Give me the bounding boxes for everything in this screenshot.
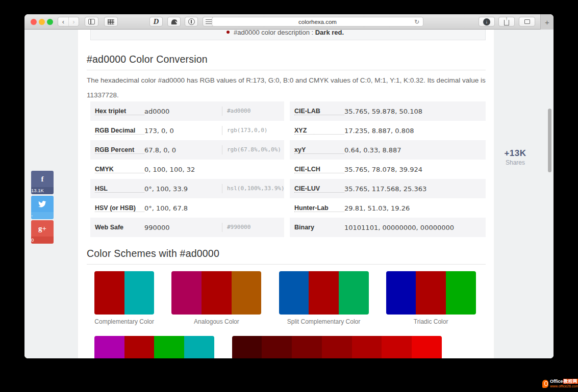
googleplus-share-button[interactable]: g+0 [31,220,54,244]
tabs-icon [524,19,530,24]
conversion-row: CMYK0, 100, 100, 32 [90,160,284,179]
conversion-term: xyY [294,146,344,154]
downloads-button[interactable]: ↓ [479,17,495,27]
color-description-box: #ad0000 color description : Dark red. [90,30,486,40]
url-text: colorhexa.com [298,19,337,25]
color-swatch[interactable] [94,336,124,358]
color-swatch[interactable] [232,336,262,358]
color-swatch[interactable] [386,271,416,315]
scheme-group [279,271,369,315]
color-swatch[interactable] [171,271,202,315]
color-swatch[interactable] [352,336,382,358]
facebook-icon: f [31,171,54,187]
color-description-line: #ad0000 color description : Dark red. [227,30,344,36]
color-swatch[interactable] [124,271,155,315]
sidebar-icon [88,19,95,24]
conversion-code: rgb(67.8%,0%,0%) [222,145,281,154]
page-right-margin [494,30,554,358]
conversion-term: Hex triplet [95,108,144,115]
circle-info-icon [188,18,195,25]
color-swatch[interactable] [446,271,476,315]
back-button[interactable]: ‹ [58,17,68,26]
googleplus-icon: g+ [31,220,54,237]
nav-button-group: ‹ › [58,17,79,27]
sidebar-button[interactable] [85,17,98,27]
scheme-group-partial [232,336,442,358]
conversion-value: 0°, 100, 33.9 [144,185,222,193]
watermark-logo-icon [542,380,548,388]
watermark-title: Office教程网 [550,379,578,384]
conversion-term: RGB Decimal [95,127,144,135]
facebook-share-count: 13.1K [31,187,54,194]
desktop-background: ‹ › D [0,0,578,392]
twitter-share-button[interactable]: - [31,196,54,219]
conversion-row: CIE-LCH35.765, 78.078, 39.924 [290,160,486,179]
color-swatch[interactable] [232,271,262,315]
color-swatch[interactable] [154,336,184,358]
extension-button-1[interactable]: D [149,17,163,27]
conversion-term: Binary [294,224,344,231]
color-swatch[interactable] [262,336,292,358]
color-swatch[interactable] [412,336,442,358]
conversion-row: CIE-LUV35.765, 117.568, 25.363 [290,179,486,198]
color-swatch[interactable] [124,336,155,358]
share-icon [504,20,509,25]
scheme-group [386,271,476,315]
twitter-icon [31,196,54,212]
conversion-row: Hunter-Lab29.81, 51.03, 19.26 [290,198,486,218]
share-button[interactable] [498,17,515,27]
extension-d-icon: D [154,17,159,26]
conversion-code: #990000 [222,223,250,232]
conversion-table-right: CIE-LAB35.765, 59.878, 50.108XYZ17.235, … [290,101,486,237]
tab-overview-button[interactable] [104,17,118,27]
address-bar[interactable]: colorhexa.com ↻ [212,17,423,27]
wave-icon [170,18,178,25]
conversion-code: #ad0000 [222,107,250,116]
refresh-icon[interactable]: ↻ [414,18,419,25]
forward-button[interactable]: › [68,17,79,26]
scrollbar-thumb[interactable] [548,109,551,172]
watermark-url: www.office26.com [550,384,578,388]
conversion-value: 17.235, 8.887, 0.808 [344,127,414,135]
conversion-table-left: Hex tripletad0000#ad0000RGB Decimal173, … [90,101,284,237]
conversion-row: RGB Percent67.8, 0, 0rgb(67.8%,0%,0%) [90,140,284,160]
conversion-value: 35.765, 78.078, 39.924 [344,166,422,173]
minimize-window-button[interactable] [39,19,45,25]
conversion-row: CIE-LAB35.765, 59.878, 50.108 [290,101,486,121]
extension-button-2[interactable] [167,17,181,27]
color-swatch[interactable] [382,336,412,358]
download-icon: ↓ [483,18,490,25]
color-swatch[interactable] [279,271,309,315]
conversion-term: HSV (or HSB) [95,204,144,212]
show-tabs-button[interactable] [519,17,535,27]
browser-toolbar: ‹ › D [24,14,554,30]
conversion-row: xyY0.64, 0.33, 8.887 [290,140,486,160]
scheme-group-partial [94,336,214,358]
schemes-heading: Color Schemes with #ad0000 [87,248,486,265]
new-tab-button[interactable]: + [540,14,554,30]
color-swatch[interactable] [184,336,214,358]
close-window-button[interactable] [31,19,37,25]
facebook-share-button[interactable]: f13.1K [31,171,54,194]
twitter-share-count: - [31,212,54,219]
color-swatch[interactable] [416,271,446,315]
conversion-value: 35.765, 59.878, 50.108 [344,108,422,115]
zoom-window-button[interactable] [47,19,53,25]
color-swatch[interactable] [309,271,339,315]
conversion-value: 29.81, 51.03, 19.26 [344,204,410,212]
color-swatch[interactable] [94,271,124,315]
color-swatch[interactable] [322,336,352,358]
conversion-row: HSL0°, 100, 33.9hsl(0,100%,33.9%) [90,179,284,198]
conversion-value: 67.8, 0, 0 [144,146,222,154]
extension-button-3[interactable] [185,17,198,27]
color-swatch[interactable] [339,271,369,315]
scheme-label: Complementary Color [94,318,154,325]
color-swatch[interactable] [292,336,322,358]
color-swatch[interactable] [202,271,232,315]
share-label: Shares [497,159,533,166]
conversion-value: 173, 0, 0 [144,127,222,135]
watermark: Office教程网 www.office26.com [542,379,578,388]
conversion-term: CIE-LCH [294,166,344,173]
conversion-intro: The hexadecimal color #ad0000 has RGB va… [87,73,490,102]
conversion-row: XYZ17.235, 8.887, 0.808 [290,121,486,140]
